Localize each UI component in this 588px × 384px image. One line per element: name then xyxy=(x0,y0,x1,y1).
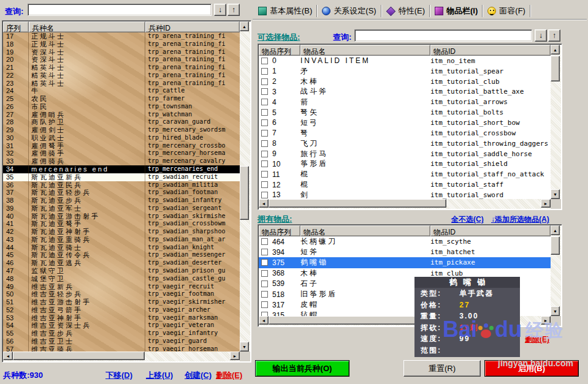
item-checkbox[interactable] xyxy=(261,109,268,116)
move-up-link[interactable]: 上移(U) xyxy=(146,370,173,381)
column-header-name[interactable]: 兵种名 xyxy=(29,21,145,32)
troop-row[interactable]: 53维吉亚神射手trp_vaegir_marksman xyxy=(3,314,240,322)
troop-query-input[interactable] xyxy=(28,4,212,16)
troop-row[interactable]: 30职业武士trp_hired_blade xyxy=(3,134,240,142)
troop-row[interactable]: 44斯瓦迪亚骑士trp_swadian_knight xyxy=(3,244,240,252)
troop-row[interactable]: 43斯瓦迪亚重骑兵trp_swadian_man_at_ar xyxy=(3,236,240,244)
troop-row[interactable]: 24牛trp_cattle xyxy=(3,87,240,95)
troop-row[interactable]: 51维吉亚游击射手trp_vaegir_skirmisher xyxy=(3,298,240,306)
item-search-up-button[interactable]: ↑ xyxy=(548,29,560,42)
item-row[interactable]: 10筝形盾itm_tutorial_shield xyxy=(259,159,551,169)
troop-row[interactable]: 57维吉亚骑兵trp_vaegir_horseman xyxy=(3,345,240,352)
item-row[interactable]: 9旅行马itm_tutorial_saddle_horse xyxy=(259,149,551,159)
item-checkbox[interactable] xyxy=(261,181,268,188)
column-header-name[interactable]: 物品名 xyxy=(300,45,430,56)
item-row[interactable]: 0INVALID ITEMitm_no_item xyxy=(259,56,551,66)
troop-row[interactable]: 25农民trp_farmer xyxy=(3,95,240,103)
item-row[interactable]: 12棍itm_tutorial_staff xyxy=(259,179,551,190)
troop-row[interactable]: 39斯瓦迪亚军士trp_swadian_sergeant xyxy=(3,205,240,213)
item-checkbox[interactable] xyxy=(261,140,268,147)
item-row[interactable]: 5弩矢itm_tutorial_bolts xyxy=(259,107,551,118)
item-checkbox[interactable] xyxy=(261,259,268,266)
reset-button[interactable]: 重置(R) xyxy=(403,360,481,377)
item-checkbox[interactable] xyxy=(261,270,268,277)
item-checkbox[interactable] xyxy=(261,78,268,85)
troop-row[interactable]: 47监狱守卫trp_swadian_prison_gu xyxy=(3,267,240,275)
troop-row[interactable]: 22精英斗士trp_arena_training_fi xyxy=(3,72,240,80)
troop-row[interactable]: 27雇佣哨兵trp_watchman xyxy=(3,111,240,119)
troop-row[interactable]: 19资深斗士trp_arena_training_fi xyxy=(3,48,240,56)
item-checkbox[interactable] xyxy=(261,88,268,95)
troop-row[interactable]: 38斯瓦迪亚步兵trp_swadian_infantry xyxy=(3,197,240,205)
item-row[interactable]: 2木棒itm_tutorial_club xyxy=(259,77,551,87)
troop-row[interactable]: 20资深斗士trp_arena_training_fi xyxy=(3,56,240,64)
item-checkbox[interactable] xyxy=(261,301,268,308)
column-header-index[interactable]: 物品序列 xyxy=(259,225,300,236)
troop-row[interactable]: 49维吉亚新兵trp_vaegir_recruit xyxy=(3,283,240,291)
troop-row[interactable]: 46斯瓦迪亚逃兵trp_swadian_deserter xyxy=(3,259,240,267)
tab-basic-properties[interactable]: 基本属性(B) xyxy=(254,4,316,18)
troop-row[interactable]: 35斯瓦迪亚新兵trp_swadian_recruit xyxy=(3,173,240,181)
apply-button[interactable]: 启用(B) xyxy=(484,360,579,377)
troop-row[interactable]: 21精英斗士trp_arena_training_fi xyxy=(3,64,240,72)
item-row[interactable]: 11棍itm_tutorial_staff_no_attack xyxy=(259,169,551,179)
column-header-id[interactable]: 物品ID xyxy=(430,45,551,56)
troop-row[interactable]: 31雇佣弩手trp_mercenary_crossbo xyxy=(3,142,240,150)
tab-face[interactable]: 面容(F) xyxy=(483,4,530,18)
column-header-id[interactable]: 兵种ID xyxy=(145,21,240,32)
troop-row[interactable]: 48城堡守卫trp_swadian_castle_gu xyxy=(3,275,240,283)
item-checkbox[interactable] xyxy=(261,192,268,198)
scroll-down-icon[interactable]: ▼ xyxy=(240,342,249,352)
column-header-index[interactable]: 物品序列 xyxy=(259,45,300,56)
scroll-thumb[interactable] xyxy=(269,199,446,208)
scroll-thumb[interactable] xyxy=(551,236,560,255)
tab-relations[interactable]: 关系设定(S) xyxy=(318,4,380,18)
scroll-thumb[interactable] xyxy=(551,56,560,81)
selectable-table-hscroll[interactable]: ◄ ► xyxy=(259,199,551,209)
scroll-left-icon[interactable]: ◄ xyxy=(3,352,13,360)
item-row[interactable]: 4箭itm_tutorial_arrows xyxy=(259,97,551,107)
item-row[interactable]: 1矛itm_tutorial_spear xyxy=(259,66,551,77)
troop-row[interactable]: 34mercenaries endtrp_mercenaries_end xyxy=(3,165,240,173)
item-checkbox[interactable] xyxy=(261,58,268,64)
troop-table-hscroll[interactable]: ◄ ► xyxy=(3,352,240,361)
troop-row[interactable]: 17正规斗士trp_arena_training_fi xyxy=(3,32,240,40)
scroll-right-icon[interactable]: ► xyxy=(230,352,240,360)
tab-inventory[interactable]: 物品栏(I) xyxy=(430,4,482,18)
troop-row[interactable]: 55维吉亚步兵trp_vaegir_infantry xyxy=(3,329,240,337)
tab-traits[interactable]: 特性(E) xyxy=(382,4,429,18)
item-checkbox[interactable] xyxy=(261,151,268,157)
scroll-right-icon[interactable]: ► xyxy=(541,316,551,325)
troop-row[interactable]: 50维吉亚轻步兵trp_vaegir_footman xyxy=(3,290,240,298)
troop-row[interactable]: 29雇佣剑士trp_mercenary_swordsm xyxy=(3,126,240,134)
item-checkbox[interactable] xyxy=(261,312,268,316)
owned-table-vscroll[interactable]: ▲ ▼ xyxy=(551,225,561,316)
item-checkbox[interactable] xyxy=(261,280,268,287)
item-row[interactable]: 464长柄镰刀itm_scythe xyxy=(259,236,551,247)
scroll-up-icon[interactable]: ▲ xyxy=(551,225,560,235)
scroll-down-icon[interactable]: ▼ xyxy=(551,189,560,199)
troop-row[interactable]: 36斯瓦迪亚民兵trp_swadian_militia xyxy=(3,181,240,189)
troop-row[interactable]: 40斯瓦迪亚游击射手trp_swadian_skirmishe xyxy=(3,213,240,220)
troop-row[interactable]: 37斯瓦迪亚轻步兵trp_swadian_footman xyxy=(3,189,240,197)
item-checkbox[interactable] xyxy=(261,291,268,298)
scroll-left-icon[interactable]: ◄ xyxy=(259,316,269,325)
item-checkbox[interactable] xyxy=(261,249,268,255)
item-checkbox[interactable] xyxy=(261,119,268,126)
troop-row[interactable]: 28商队护卫trp_caravan_guard xyxy=(3,118,240,126)
item-query-input[interactable] xyxy=(354,29,532,42)
scroll-down-icon[interactable]: ▼ xyxy=(551,306,560,316)
troop-table-vscroll[interactable]: ▲ ▼ xyxy=(240,21,250,352)
troop-row[interactable]: 56维吉亚卫士trp_vaegir_guard xyxy=(3,337,240,345)
column-header-name[interactable]: 物品名 xyxy=(300,225,430,236)
item-checkbox[interactable] xyxy=(261,160,268,167)
troop-row[interactable]: 32雇佣骑手trp_mercenary_horsema xyxy=(3,149,240,157)
troop-row[interactable]: 45斯瓦迪亚传令兵trp_swadian_messenger xyxy=(3,251,240,259)
troop-row[interactable]: 54维吉亚资深士兵trp_vaegir_veteran xyxy=(3,322,240,329)
scroll-up-icon[interactable]: ▲ xyxy=(551,45,560,55)
troop-row[interactable]: 42斯瓦迪亚神射手trp_swadian_sharpshoo xyxy=(3,228,240,236)
column-header-index[interactable]: 序列 xyxy=(3,21,29,32)
scroll-thumb[interactable] xyxy=(13,352,145,360)
troop-row[interactable]: 18正规斗士trp_arena_training_fi xyxy=(3,40,240,48)
item-checkbox[interactable] xyxy=(261,130,268,137)
